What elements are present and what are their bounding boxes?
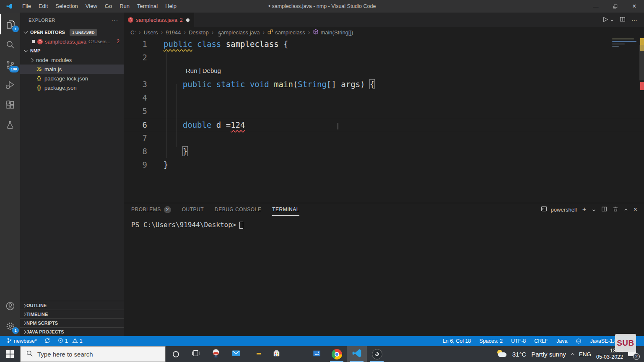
breadcrumb-c[interactable]: C: <box>130 29 136 36</box>
run-dropdown-chevron-icon[interactable] <box>610 17 614 23</box>
open-editor-item[interactable]: sampleclass.java C:\Users... 2 <box>20 37 124 46</box>
modified-dot-icon[interactable] <box>186 18 190 22</box>
tree-item-main-js[interactable]: JSmain.js <box>20 65 124 74</box>
status-java[interactable]: Java <box>554 336 570 346</box>
maximize-icon[interactable] <box>605 0 625 13</box>
code-editor[interactable]: 1public class sampleclass {2Run | Debug3… <box>124 37 644 203</box>
tree-item-node-modules[interactable]: node_modules <box>20 55 124 65</box>
panel-tab-debug-console[interactable]: DEBUG CONSOLE <box>215 203 261 216</box>
feedback-icon[interactable] <box>573 336 584 346</box>
modified-dot-icon <box>32 40 35 43</box>
warning-count: 1 <box>80 338 83 344</box>
section-outline[interactable]: OUTLINE <box>20 301 124 310</box>
breadcrumb-91944[interactable]: 91944 <box>166 29 181 36</box>
subscribe-watermark: SUB <box>615 334 636 352</box>
chrome-taskbar-button[interactable] <box>327 346 347 362</box>
status-utf-8[interactable]: UTF-8 <box>509 336 528 346</box>
file-explorer-taskbar-button[interactable] <box>246 346 266 362</box>
breadcrumb-users[interactable]: Users <box>144 29 158 36</box>
extensions-icon <box>5 100 16 110</box>
status-crlf[interactable]: CRLF <box>532 336 551 346</box>
open-editor-problem-count: 2 <box>117 39 119 44</box>
obs-taskbar-button[interactable] <box>367 346 387 362</box>
problems-count-badge: 2 <box>164 206 171 213</box>
weather-condition[interactable]: Partly sunny <box>531 351 566 358</box>
start-button[interactable] <box>0 346 20 362</box>
vscode-taskbar-button[interactable] <box>347 346 367 362</box>
panel-tab-terminal[interactable]: TERMINAL <box>272 203 299 216</box>
menu-file[interactable]: File <box>18 0 35 13</box>
indent-guide <box>176 84 177 147</box>
shell-label[interactable]: powershell <box>551 207 577 213</box>
photos-taskbar-button[interactable] <box>306 346 327 362</box>
source-control-activity-button[interactable]: 10K <box>0 54 20 75</box>
terminal[interactable]: PS C:\Users\91944\Desktop> <box>124 216 644 229</box>
store-taskbar-button[interactable] <box>266 346 286 362</box>
tree-item-package-json[interactable]: {}package.json <box>20 83 124 92</box>
panel-tab-problems[interactable]: PROBLEMS2 <box>131 203 171 216</box>
extensions-activity-button[interactable] <box>0 95 20 115</box>
kill-terminal-trash-icon[interactable] <box>613 206 618 213</box>
menu-edit[interactable]: Edit <box>35 0 52 13</box>
close-icon[interactable]: × <box>625 0 644 13</box>
minimap[interactable] <box>612 39 637 49</box>
taskbar-search-input[interactable]: Type here to search <box>20 346 166 362</box>
menu-help[interactable]: Help <box>161 0 180 13</box>
maximize-panel-chevron-icon[interactable] <box>624 206 628 213</box>
input-language[interactable]: ENG <box>579 351 591 357</box>
breadcrumb-main-string[interactable]: main(String[]) <box>313 29 353 36</box>
settings-activity-button[interactable]: 1 <box>0 316 20 336</box>
run-debug-activity-button[interactable] <box>0 75 20 95</box>
problems-status[interactable]: 1 1 <box>55 336 85 346</box>
bottom-panel: PROBLEMS2OUTPUTDEBUG CONSOLETERMINAL pow… <box>124 203 644 336</box>
menu-terminal[interactable]: Terminal <box>133 0 161 13</box>
breadcrumb-sampleclass-java[interactable]: sampleclass.java <box>217 29 260 36</box>
menu-view[interactable]: View <box>82 0 101 13</box>
menu-selection[interactable]: Selection <box>52 0 81 13</box>
hidden-icons-chevron-icon[interactable] <box>570 353 574 357</box>
sidebar-more-actions-icon[interactable]: ··· <box>112 18 119 23</box>
panel-actions: powershell + × <box>541 205 644 214</box>
breadcrumb-desktop[interactable]: Desktop <box>189 29 209 36</box>
search-activity-button[interactable] <box>0 34 20 54</box>
section-timeline[interactable]: TIMELINE <box>20 310 124 318</box>
tree-item-package-lock-json[interactable]: {}package-lock.json <box>20 74 124 83</box>
sync-status[interactable] <box>42 336 53 346</box>
title-bar: FileEditSelectionViewGoRunTerminalHelp ●… <box>0 0 644 13</box>
codelens-run-debug[interactable]: Run | Debug <box>124 64 644 78</box>
explorer-activity-button[interactable]: 1 <box>0 14 20 34</box>
task-view-taskbar-button[interactable] <box>186 346 206 362</box>
close-panel-icon[interactable]: × <box>634 206 637 213</box>
folder-root[interactable]: NMP <box>20 46 124 55</box>
git-branch-status[interactable]: newbase* <box>4 336 39 346</box>
account-activity-button[interactable] <box>0 296 20 316</box>
line-number: 1 <box>124 37 154 51</box>
line-content: public class sampleclass { <box>164 37 288 51</box>
breadcrumb-sampleclass[interactable]: sampleclass <box>267 29 305 36</box>
split-terminal-icon[interactable] <box>601 206 607 213</box>
new-terminal-icon[interactable]: + <box>582 205 587 214</box>
weather-temp[interactable]: 31°C <box>512 351 527 358</box>
scrollbar[interactable] <box>639 45 644 80</box>
split-editor-icon[interactable] <box>620 16 626 23</box>
section-npm-scripts[interactable]: NPM SCRIPTS <box>20 318 124 327</box>
menu-run[interactable]: Run <box>116 0 133 13</box>
open-editors-section[interactable]: OPEN EDITORS 1 UNSAVED <box>20 28 124 37</box>
cortana-button[interactable] <box>166 346 186 362</box>
menu-go[interactable]: Go <box>101 0 116 13</box>
more-actions-icon[interactable]: ··· <box>631 17 637 23</box>
terminal-dropdown-chevron-icon[interactable] <box>592 206 596 213</box>
mail-taskbar-button[interactable] <box>226 346 246 362</box>
panel-tab-output[interactable]: OUTPUT <box>182 203 204 216</box>
status-ln-6-col-18[interactable]: Ln 6, Col 18 <box>440 336 473 346</box>
java-file-error-icon <box>37 39 43 44</box>
section-java-projects[interactable]: JAVA PROJECTS <box>20 327 124 336</box>
testing-activity-button[interactable] <box>0 115 20 135</box>
minimize-icon[interactable]: — <box>586 0 605 13</box>
edge-taskbar-button[interactable] <box>286 346 306 362</box>
status-spaces-2[interactable]: Spaces: 2 <box>477 336 505 346</box>
satellite-app-taskbar-button[interactable] <box>206 346 226 362</box>
weather-icon[interactable] <box>496 350 507 358</box>
run-icon[interactable] <box>602 16 608 24</box>
tab-sampleclass-java[interactable]: sampleclass.java 2 <box>124 13 194 27</box>
